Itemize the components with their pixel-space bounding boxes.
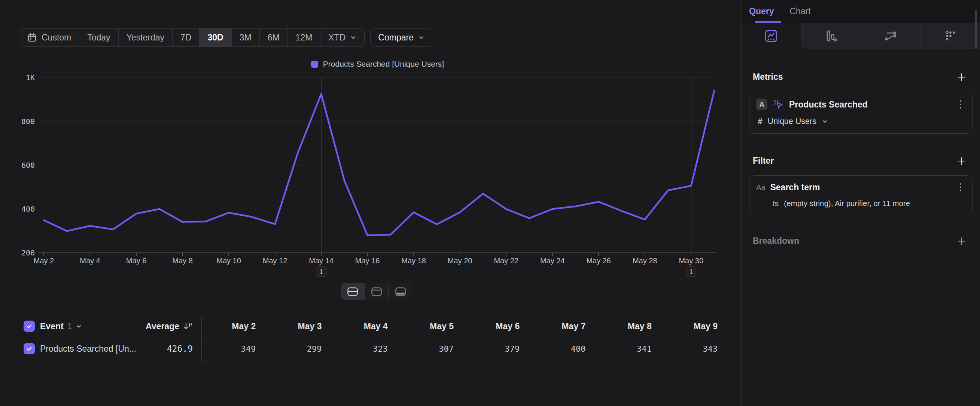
metric-card[interactable]: A Products Searched # Unique Users xyxy=(749,92,972,134)
tab-chart[interactable]: Chart xyxy=(789,0,810,23)
split-layout-icon xyxy=(347,287,358,296)
tab-funnels[interactable] xyxy=(801,23,861,49)
date-column-headers: May 2May 3May 4May 5May 6May 7May 8May 9 xyxy=(202,317,730,336)
value-cell: 343 xyxy=(703,344,718,353)
svg-text:200: 200 xyxy=(21,248,35,257)
range-label: 3M xyxy=(240,33,251,43)
svg-text:May 8: May 8 xyxy=(172,256,192,265)
svg-text:May 28: May 28 xyxy=(633,256,657,265)
range-7d-button[interactable]: 7D xyxy=(173,29,199,46)
svg-text:May 26: May 26 xyxy=(586,256,611,265)
add-metric-button[interactable] xyxy=(957,72,967,82)
panel-scrollbar[interactable] xyxy=(975,11,977,49)
range-label: 30D xyxy=(207,33,223,43)
event-selector[interactable]: Event 1 xyxy=(40,317,82,336)
range-30d-button[interactable]: 30D xyxy=(199,29,231,46)
range-12m-button[interactable]: 12M xyxy=(288,29,321,46)
date-column-header[interactable]: May 7 xyxy=(562,322,586,331)
row-checkbox[interactable] xyxy=(24,343,35,354)
tab-retention[interactable] xyxy=(921,23,980,49)
date-column-header[interactable]: May 6 xyxy=(496,322,520,331)
active-tab-underline xyxy=(755,21,781,23)
range-yesterday-button[interactable]: Yesterday xyxy=(119,29,173,46)
range-6m-button[interactable]: 6M xyxy=(260,29,288,46)
range-label: 6M xyxy=(268,33,280,43)
select-all-checkbox[interactable] xyxy=(24,321,35,332)
average-column-label: Average xyxy=(146,322,179,331)
svg-text:May 6: May 6 xyxy=(126,256,146,265)
date-column-header[interactable]: May 8 xyxy=(628,322,652,331)
range-label: 7D xyxy=(180,33,191,43)
chevron-down-icon xyxy=(418,35,425,41)
filter-card[interactable]: Aa Search term Is (empty string), Air pu… xyxy=(749,175,972,214)
check-icon xyxy=(26,323,33,330)
metrics-title: Metrics xyxy=(753,72,783,82)
filter-value: (empty string), Air purifier, or 11 more xyxy=(784,199,910,208)
chevron-down-icon xyxy=(350,35,356,41)
metric-name: Products Searched xyxy=(789,100,951,110)
layout-toggle-group xyxy=(340,283,412,300)
table-row: Products Searched [Un... 426.9 349299323… xyxy=(0,336,741,361)
svg-text:May 18: May 18 xyxy=(401,256,426,265)
range-custom-button[interactable]: Custom xyxy=(19,29,80,46)
range-3m-button[interactable]: 3M xyxy=(232,29,260,46)
add-filter-button[interactable] xyxy=(957,156,967,166)
range-label: Yesterday xyxy=(127,33,164,43)
svg-text:1: 1 xyxy=(319,268,323,275)
average-sort-control[interactable]: Average xyxy=(94,317,193,336)
insights-icon xyxy=(764,29,778,43)
svg-text:600: 600 xyxy=(21,161,35,170)
metric-kebab-menu[interactable] xyxy=(956,100,966,109)
metric-letter-badge: A xyxy=(756,99,767,110)
svg-text:May 20: May 20 xyxy=(448,256,473,265)
range-today-button[interactable]: Today xyxy=(80,29,118,46)
layout-split-button[interactable] xyxy=(340,283,364,300)
date-column-header[interactable]: May 9 xyxy=(694,322,718,331)
range-label: Today xyxy=(87,33,110,43)
top-panel-layout-icon xyxy=(371,287,382,296)
table-header-row: Event 1 Average May 2May 3May 4May 5May … xyxy=(0,317,741,336)
event-count: 1 xyxy=(67,322,72,331)
tab-query[interactable]: Query xyxy=(749,0,774,23)
date-column-header[interactable]: May 5 xyxy=(430,322,454,331)
aggregation-label: Unique Users xyxy=(768,117,816,126)
svg-text:May 2: May 2 xyxy=(34,256,54,265)
calendar-icon xyxy=(27,33,37,43)
aggregation-selector[interactable]: # Unique Users xyxy=(758,117,966,126)
tab-insights[interactable] xyxy=(741,23,801,49)
date-column-header[interactable]: May 4 xyxy=(364,322,388,331)
layout-table-only-button[interactable] xyxy=(388,283,412,300)
tab-chart-label: Chart xyxy=(789,6,810,16)
svg-text:May 16: May 16 xyxy=(355,256,380,265)
event-label: Event xyxy=(40,322,64,331)
number-prefix: # xyxy=(758,117,762,126)
range-label: XTD xyxy=(328,33,345,43)
layout-chart-only-button[interactable] xyxy=(364,283,388,300)
tab-flows[interactable] xyxy=(861,23,921,49)
annotation-badge[interactable]: 1 xyxy=(316,267,326,277)
value-cell: 323 xyxy=(373,344,388,353)
svg-text:May 22: May 22 xyxy=(494,256,519,265)
report-type-tabs xyxy=(741,23,980,49)
range-xtd-button[interactable]: XTD xyxy=(320,29,364,46)
line-chart[interactable]: 2004006008001KMay 2May 4May 6May 8May 10… xyxy=(0,56,741,290)
retention-icon xyxy=(944,29,957,43)
panel-tab-bar: Query Chart xyxy=(741,0,980,23)
table-column-divider xyxy=(201,317,202,361)
filter-condition[interactable]: Is (empty string), Air purifier, or 11 m… xyxy=(773,199,966,208)
add-breakdown-button[interactable] xyxy=(957,236,967,246)
query-panel: Query Chart xyxy=(741,0,980,406)
analytics-app: CustomTodayYesterday7D30D3M6M12MXTD Comp… xyxy=(0,0,980,406)
date-column-header[interactable]: May 3 xyxy=(298,322,322,331)
bottom-panel-layout-icon xyxy=(395,287,406,296)
date-column-header[interactable]: May 2 xyxy=(232,322,256,331)
svg-text:May 24: May 24 xyxy=(540,256,565,265)
filter-property-name: Search term xyxy=(770,182,951,193)
annotation-badge[interactable]: 1 xyxy=(686,267,696,277)
filter-kebab-menu[interactable] xyxy=(956,182,966,192)
value-cell: 307 xyxy=(439,344,454,353)
chevron-down-icon xyxy=(76,323,82,330)
funnels-icon xyxy=(824,29,838,43)
compare-button[interactable]: Compare xyxy=(370,28,432,47)
breakdown-title: Breakdown xyxy=(753,236,799,246)
